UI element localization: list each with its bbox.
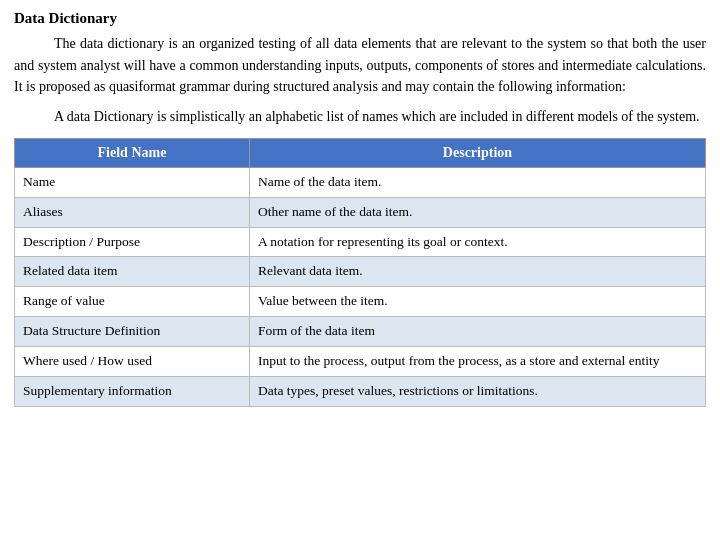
cell-description: Data types, preset values, restrictions … — [249, 376, 705, 406]
paragraph-2: A data Dictionary is simplistically an a… — [14, 106, 706, 128]
cell-description: A notation for representing its goal or … — [249, 227, 705, 257]
cell-description: Value between the item. — [249, 287, 705, 317]
cell-description: Name of the data item. — [249, 167, 705, 197]
cell-field-name: Related data item — [15, 257, 250, 287]
table-row: Supplementary informationData types, pre… — [15, 376, 706, 406]
cell-description: Input to the process, output from the pr… — [249, 347, 705, 377]
page-title: Data Dictionary — [14, 10, 706, 27]
table-row: Related data itemRelevant data item. — [15, 257, 706, 287]
paragraph-1: The data dictionary is an organized test… — [14, 33, 706, 98]
cell-field-name: Where used / How used — [15, 347, 250, 377]
cell-field-name: Aliases — [15, 197, 250, 227]
table-row: Where used / How usedInput to the proces… — [15, 347, 706, 377]
column-header-field: Field Name — [15, 138, 250, 167]
table-row: AliasesOther name of the data item. — [15, 197, 706, 227]
cell-field-name: Range of value — [15, 287, 250, 317]
cell-description: Other name of the data item. — [249, 197, 705, 227]
cell-field-name: Supplementary information — [15, 376, 250, 406]
cell-description: Relevant data item. — [249, 257, 705, 287]
cell-field-name: Data Structure Definition — [15, 317, 250, 347]
table-row: Description / PurposeA notation for repr… — [15, 227, 706, 257]
cell-description: Form of the data item — [249, 317, 705, 347]
data-dictionary-table: Field Name Description NameName of the d… — [14, 138, 706, 407]
table-row: Data Structure DefinitionForm of the dat… — [15, 317, 706, 347]
cell-field-name: Description / Purpose — [15, 227, 250, 257]
cell-field-name: Name — [15, 167, 250, 197]
table-row: NameName of the data item. — [15, 167, 706, 197]
table-row: Range of valueValue between the item. — [15, 287, 706, 317]
column-header-description: Description — [249, 138, 705, 167]
